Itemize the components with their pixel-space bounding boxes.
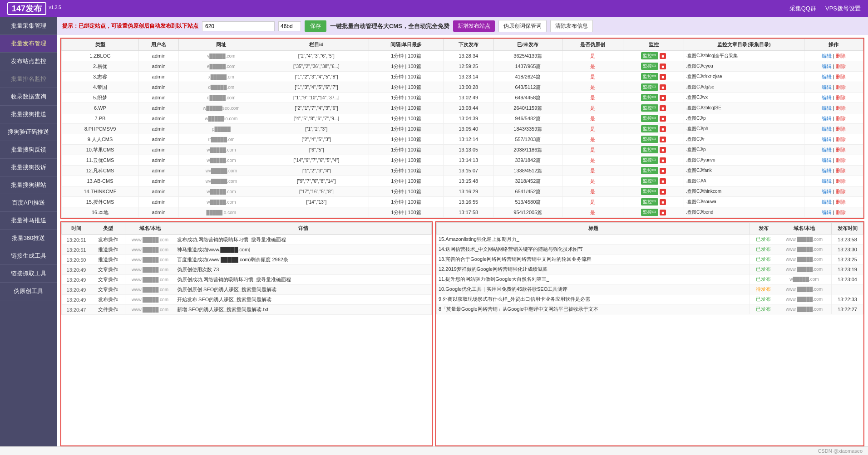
content-area: 提示：已绑定站点，可设置伪原创后自动发布到以下站点 保存 一键批量自动管理各大C…: [57, 17, 868, 446]
stop-badge[interactable]: ■: [660, 137, 666, 142]
pub-title: 9.外商以获取现场形式有什么样_外贸出口信用卡业务应用软件是必需: [437, 294, 750, 304]
sidebar-item-sogou-complaint[interactable]: 批量搜狗投诉: [0, 159, 57, 176]
stop-badge[interactable]: ■: [660, 147, 666, 153]
edit-link[interactable]: 编辑: [822, 137, 832, 142]
token-input[interactable]: [202, 21, 275, 31]
delete-link[interactable]: 删除: [836, 126, 846, 132]
new-site-button[interactable]: 新增发布站点: [453, 20, 495, 32]
delete-link[interactable]: 删除: [836, 147, 846, 152]
sidebar-item-baidu-api[interactable]: 百度API推送: [0, 194, 57, 212]
edit-link[interactable]: 编辑: [822, 189, 832, 194]
cell-interval: 1分钟 | 100篇: [369, 186, 444, 197]
delete-link[interactable]: 删除: [836, 178, 846, 184]
delete-link[interactable]: 删除: [836, 137, 846, 142]
pseudo-button[interactable]: 伪原创词保管词: [498, 20, 547, 32]
edit-link[interactable]: 编辑: [822, 157, 832, 163]
edit-link[interactable]: 编辑: [822, 147, 832, 152]
cell-published: 1437/965篇: [493, 61, 562, 72]
upper-table-wrap[interactable]: 类型 用户名 网址 栏目id 间隔|单日最多 下次发布 已/未发布 是否伪原创 …: [60, 38, 864, 219]
edit-link[interactable]: 编辑: [822, 95, 832, 100]
monitoring-badge: 监控中: [641, 115, 658, 122]
sidebar-item-monitor[interactable]: 发布站点监控: [0, 53, 57, 70]
monitoring-badge: 监控中: [641, 73, 658, 80]
stop-badge[interactable]: ■: [660, 157, 666, 163]
stop-badge[interactable]: ■: [660, 210, 666, 215]
log-scroll[interactable]: 13:20:51 发布操作 www.█████.com 发布成功,网络营销的吸睛…: [61, 235, 432, 445]
stop-badge[interactable]: ■: [660, 116, 666, 122]
published-row: 13.完善的合于Google网络网络营销网络营销中文网站的轮回业务流程 已发布 …: [437, 254, 863, 264]
qq-group-link[interactable]: 采集QQ群: [789, 5, 816, 13]
cell-url: w█████.com: [179, 197, 264, 207]
log-row: 13:20:51 发布操作 www.█████.com 发布成功,网络营销的吸睛…: [62, 235, 432, 245]
log-domain: www.█████.com: [125, 305, 175, 315]
sidebar-item-360[interactable]: 批量360推送: [0, 230, 57, 247]
sidebar-item-sogou-verify[interactable]: 搜狗验证码推送: [0, 123, 57, 141]
edit-link[interactable]: 编辑: [822, 105, 832, 111]
sidebar-item-sogou-bind[interactable]: 批量搜狗绑站: [0, 176, 57, 194]
edit-link[interactable]: 编辑: [822, 84, 832, 90]
delete-link[interactable]: 删除: [836, 199, 846, 205]
sidebar-item-pseudo[interactable]: 伪原创工具: [0, 283, 57, 300]
stop-badge[interactable]: ■: [660, 53, 666, 59]
cell-monitor: 监控中 ■: [623, 113, 684, 124]
delete-link[interactable]: 删除: [836, 95, 846, 100]
monitoring-badge: 监控中: [641, 104, 658, 112]
col-action: 操作: [804, 39, 863, 51]
sidebar-item-sogou-feedback[interactable]: 批量搜狗反馈: [0, 141, 57, 159]
pub-status: 待发布: [750, 284, 777, 294]
delete-link[interactable]: 删除: [836, 84, 846, 90]
save-button[interactable]: 保存: [305, 20, 326, 32]
delete-link[interactable]: 删除: [836, 168, 846, 173]
sidebar-item-index[interactable]: 收录数据查询: [0, 88, 57, 106]
delete-link[interactable]: 删除: [836, 53, 846, 59]
token-input2[interactable]: [278, 21, 301, 31]
edit-link[interactable]: 编辑: [822, 168, 832, 173]
cell-pseudo: 是: [562, 155, 623, 166]
edit-link[interactable]: 编辑: [822, 178, 832, 184]
edit-link[interactable]: 编辑: [822, 199, 832, 205]
cell-next: 13:00:28: [443, 82, 493, 93]
stop-badge[interactable]: ■: [660, 105, 666, 111]
stop-badge[interactable]: ■: [660, 178, 666, 184]
delete-link[interactable]: 删除: [836, 189, 846, 194]
stop-badge[interactable]: ■: [660, 64, 666, 69]
cell-published: 6541/452篇: [493, 186, 562, 197]
sidebar-item-shenma[interactable]: 批量神马推送: [0, 212, 57, 230]
delete-link[interactable]: 删除: [836, 105, 846, 111]
stop-badge[interactable]: ■: [660, 84, 666, 90]
delete-link[interactable]: 删除: [836, 116, 846, 121]
edit-link[interactable]: 编辑: [822, 210, 832, 215]
stop-badge[interactable]: ■: [660, 199, 666, 205]
cell-monitor: 监控中 ■: [623, 186, 684, 197]
stop-badge[interactable]: ■: [660, 189, 666, 195]
stop-badge[interactable]: ■: [660, 168, 666, 174]
cell-pseudo: 是: [562, 197, 623, 207]
edit-link[interactable]: 编辑: [822, 116, 832, 121]
cell-url: v█████.com: [179, 51, 264, 61]
edit-link[interactable]: 编辑: [822, 126, 832, 132]
log-time: 13:20:51: [62, 245, 91, 255]
sidebar-item-sogou-push[interactable]: 批量搜狗推送: [0, 106, 57, 123]
stop-badge[interactable]: ■: [660, 74, 666, 80]
cell-monitor: 监控中 ■: [623, 197, 684, 207]
clear-button[interactable]: 清除发布信息: [550, 20, 593, 32]
delete-link[interactable]: 删除: [836, 74, 846, 79]
cell-monitor: 监控中 ■: [623, 72, 684, 82]
edit-link[interactable]: 编辑: [822, 74, 832, 79]
pub-title: 11.提升您的网站驱力做到Google大自然名列第三_: [437, 274, 750, 284]
vps-settings-link[interactable]: VPS拨号设置: [825, 5, 861, 13]
edit-link[interactable]: 编辑: [822, 53, 832, 59]
edit-link[interactable]: 编辑: [822, 64, 832, 69]
sidebar-item-link-fetch[interactable]: 链接抓取工具: [0, 265, 57, 283]
cell-col: ["1","2","3","4"]: [264, 166, 369, 176]
delete-link[interactable]: 删除: [836, 210, 846, 215]
delete-link[interactable]: 删除: [836, 157, 846, 163]
delete-link[interactable]: 删除: [836, 64, 846, 69]
sidebar-item-publish[interactable]: 批量发布管理: [0, 35, 57, 53]
cell-url: w█████seo.com: [179, 103, 264, 113]
sidebar-item-collect[interactable]: 批量采集管理: [0, 17, 57, 35]
stop-badge[interactable]: ■: [660, 95, 666, 101]
stop-badge[interactable]: ■: [660, 126, 666, 132]
sidebar-item-link-gen[interactable]: 链接生成工具: [0, 247, 57, 265]
cell-type: 13.AB-CMS: [62, 176, 139, 186]
